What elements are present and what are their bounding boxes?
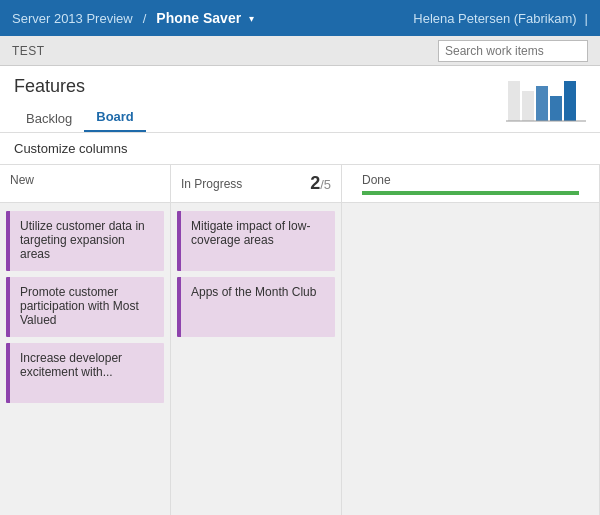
nav-dropdown-icon[interactable]: ▾ — [249, 13, 254, 24]
col-header-in-progress: In Progress 2 / 5 — [171, 165, 342, 202]
search-box[interactable] — [438, 40, 588, 62]
sub-bar-label: TEST — [12, 44, 45, 58]
col-done-label: Done — [362, 173, 391, 187]
customize-columns-link[interactable]: Customize columns — [14, 141, 127, 156]
column-in-progress: Mitigate impact of low-coverage areas Ap… — [171, 203, 342, 515]
col-header-new: New — [0, 165, 171, 202]
svg-rect-1 — [522, 91, 534, 121]
columns-header: New In Progress 2 / 5 Done — [0, 165, 600, 203]
card-inprogress-2[interactable]: Apps of the Month Club — [177, 277, 335, 337]
search-input[interactable] — [445, 44, 581, 58]
in-progress-current: 2 — [310, 173, 320, 194]
card-new-1-text: Utilize customer data in targeting expan… — [20, 219, 145, 261]
svg-rect-2 — [536, 86, 548, 121]
col-new-label: New — [10, 173, 34, 187]
col-in-progress-label: In Progress — [181, 177, 242, 191]
features-chart — [506, 76, 586, 131]
card-new-2[interactable]: Promote customer participation with Most… — [6, 277, 164, 337]
features-area: Features Backlog Board — [0, 66, 600, 133]
card-new-2-text: Promote customer participation with Most… — [20, 285, 139, 327]
column-done — [342, 203, 600, 515]
features-tabs: Backlog Board — [14, 103, 146, 132]
nav-server-label[interactable]: Server 2013 Preview — [12, 11, 133, 26]
card-new-1[interactable]: Utilize customer data in targeting expan… — [6, 211, 164, 271]
done-progress-bar — [362, 191, 579, 195]
card-inprogress-1-text: Mitigate impact of low-coverage areas — [191, 219, 310, 247]
nav-pipe: | — [585, 11, 588, 26]
card-inprogress-2-text: Apps of the Month Club — [191, 285, 316, 299]
nav-left: Server 2013 Preview / Phone Saver ▾ — [12, 10, 254, 26]
tab-board[interactable]: Board — [84, 103, 146, 132]
card-inprogress-1[interactable]: Mitigate impact of low-coverage areas — [177, 211, 335, 271]
tab-backlog[interactable]: Backlog — [14, 105, 84, 132]
card-new-3-text: Increase developer excitement with... — [20, 351, 122, 379]
nav-user-label: Helena Petersen (Fabrikam) — [413, 11, 576, 26]
nav-right: Helena Petersen (Fabrikam) | — [413, 11, 588, 26]
sub-bar: TEST — [0, 36, 600, 66]
nav-project-label[interactable]: Phone Saver — [156, 10, 241, 26]
card-new-3[interactable]: Increase developer excitement with... — [6, 343, 164, 403]
board-body: Utilize customer data in targeting expan… — [0, 203, 600, 515]
svg-rect-0 — [508, 81, 520, 121]
in-progress-count: 2 / 5 — [310, 173, 331, 194]
svg-rect-4 — [564, 81, 576, 121]
top-nav: Server 2013 Preview / Phone Saver ▾ Hele… — [0, 0, 600, 36]
col-header-done: Done — [342, 165, 600, 202]
svg-rect-3 — [550, 96, 562, 121]
nav-separator: / — [143, 11, 147, 26]
in-progress-total: 5 — [324, 177, 331, 192]
customize-bar: Customize columns — [0, 133, 600, 165]
features-title: Features — [14, 76, 146, 97]
column-new: Utilize customer data in targeting expan… — [0, 203, 171, 515]
